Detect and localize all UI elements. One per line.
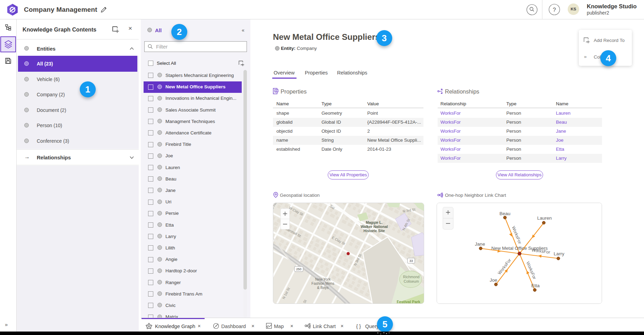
svg-text:250: 250 [296, 267, 301, 271]
svg-text:Joe: Joe [490, 277, 497, 283]
svg-text:Maggie L.: Maggie L. [366, 220, 383, 224]
svg-text:Walker National: Walker National [361, 224, 388, 229]
svg-text:& Boys: & Boys [317, 285, 328, 290]
svg-text:Jane: Jane [475, 241, 485, 247]
svg-text:Festival Park: Festival Park [397, 300, 421, 304]
svg-text:Etta: Etta [531, 283, 540, 288]
svg-text:?: ? [553, 7, 556, 13]
svg-text:33: 33 [409, 259, 413, 263]
svg-text:Richmond: Richmond [403, 275, 419, 279]
svg-text:New York: New York [315, 277, 331, 281]
svg-text:Fashion Mens: Fashion Mens [311, 281, 334, 285]
svg-text:Coliseum: Coliseum [404, 279, 419, 283]
svg-text:Lauren: Lauren [537, 215, 552, 221]
svg-text:Beau: Beau [499, 211, 510, 216]
svg-text:Historic Site: Historic Site [363, 229, 385, 233]
svg-text:Larry: Larry [554, 251, 565, 256]
